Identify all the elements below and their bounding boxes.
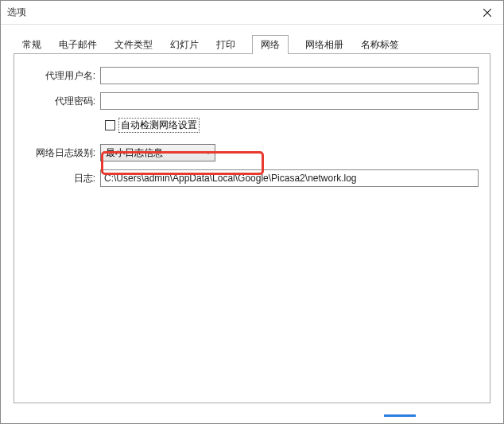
row-proxy-pass: 代理密码: [25, 92, 479, 110]
proxy-pass-input[interactable] [100, 92, 479, 110]
log-label: 日志: [25, 172, 100, 185]
loglevel-label: 网络日志级别: [25, 146, 100, 160]
proxy-user-label: 代理用户名: [25, 69, 100, 83]
tab-general[interactable]: 常规 [14, 35, 50, 54]
loglevel-value: 最小日志信息 [106, 146, 163, 160]
tab-filetype[interactable]: 文件类型 [106, 35, 161, 54]
window-title: 选项 [7, 6, 26, 19]
tab-nametags[interactable]: 名称标签 [352, 35, 408, 54]
proxy-pass-label: 代理密码: [25, 95, 100, 108]
tab-webalbum[interactable]: 网络相册 [297, 35, 352, 54]
proxy-user-input[interactable] [100, 67, 479, 84]
tab-slideshow[interactable]: 幻灯片 [161, 35, 207, 54]
chevron-down-icon [205, 151, 211, 154]
loglevel-select[interactable]: 最小日志信息 [100, 144, 215, 161]
progress-indicator [384, 414, 416, 417]
tab-email[interactable]: 电子邮件 [50, 35, 106, 54]
titlebar: 选项 [1, 1, 503, 25]
row-loglevel: 网络日志级别: 最小日志信息 [25, 144, 479, 161]
close-button[interactable] [471, 1, 503, 25]
autodetect-checkbox[interactable] [105, 120, 115, 130]
autodetect-label[interactable]: 自动检测网络设置 [118, 118, 200, 133]
close-icon [483, 9, 491, 17]
tab-panel-network: 代理用户名: 代理密码: 自动检测网络设置 网络日志级别: 最小日志信息 日志:… [14, 53, 490, 403]
tab-print[interactable]: 打印 [207, 35, 244, 54]
row-proxy-user: 代理用户名: [25, 67, 479, 84]
tab-strip: 常规 电子邮件 文件类型 幻灯片 打印 网络 网络相册 名称标签 [14, 36, 490, 53]
row-autodetect: 自动检测网络设置 [105, 118, 479, 133]
dialog-content: 常规 电子邮件 文件类型 幻灯片 打印 网络 网络相册 名称标签 代理用户名: … [1, 25, 503, 423]
row-logpath: 日志: C:\Users\admin\AppData\Local\Google\… [25, 169, 479, 187]
tab-network[interactable]: 网络 [252, 35, 289, 54]
log-path-field[interactable]: C:\Users\admin\AppData\Local\Google\Pica… [100, 169, 479, 187]
